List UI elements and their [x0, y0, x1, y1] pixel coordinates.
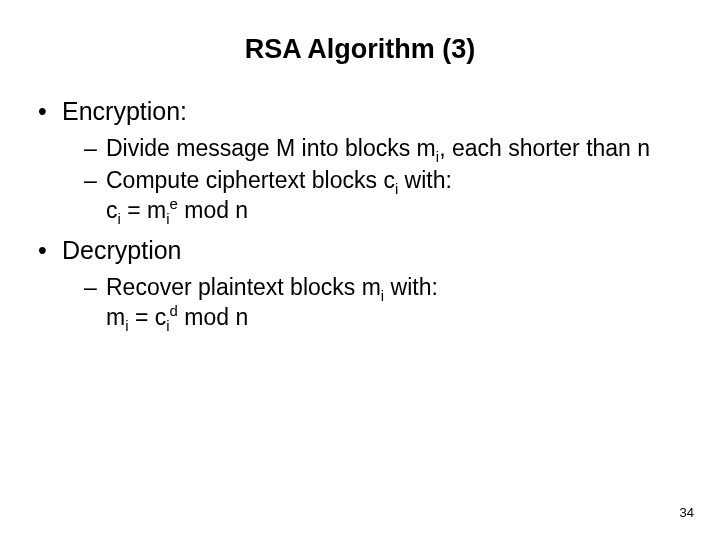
slide-title: RSA Algorithm (3)	[38, 34, 682, 65]
bullet-decryption: Decryption Recover plaintext blocks mi w…	[38, 234, 682, 332]
formula-eq: = c	[129, 304, 167, 330]
formula-mod: mod n	[178, 197, 248, 223]
sub-compute: Compute ciphertext blocks ci with: ci = …	[84, 165, 682, 226]
compute-text-post: with:	[398, 167, 452, 193]
formula-m: m	[106, 304, 125, 330]
recover-text-post: with:	[384, 274, 438, 300]
divide-text-pre: Divide message M into blocks m	[106, 135, 436, 161]
encryption-sublist: Divide message M into blocks mi, each sh…	[62, 133, 682, 226]
bullet-encryption: Encryption: Divide message M into blocks…	[38, 95, 682, 226]
page-number: 34	[680, 505, 694, 520]
formula-eq: = m	[121, 197, 166, 223]
decryption-sublist: Recover plaintext blocks mi with: mi = c…	[62, 272, 682, 333]
compute-text-pre: Compute ciphertext blocks c	[106, 167, 395, 193]
superscript-e: e	[170, 196, 178, 213]
sub-recover: Recover plaintext blocks mi with: mi = c…	[84, 272, 682, 333]
divide-text-post: , each shorter than n	[439, 135, 650, 161]
bullet-encryption-label: Encryption:	[62, 97, 187, 125]
sub-divide: Divide message M into blocks mi, each sh…	[84, 133, 682, 163]
decryption-formula: mi = cid mod n	[106, 302, 682, 332]
bullet-decryption-label: Decryption	[62, 236, 182, 264]
slide: RSA Algorithm (3) Encryption: Divide mes…	[0, 0, 720, 540]
recover-text-pre: Recover plaintext blocks m	[106, 274, 381, 300]
formula-mod: mod n	[178, 304, 248, 330]
bullet-list: Encryption: Divide message M into blocks…	[38, 95, 682, 332]
encryption-formula: ci = mie mod n	[106, 195, 682, 225]
formula-c: c	[106, 197, 118, 223]
superscript-d: d	[170, 302, 178, 319]
